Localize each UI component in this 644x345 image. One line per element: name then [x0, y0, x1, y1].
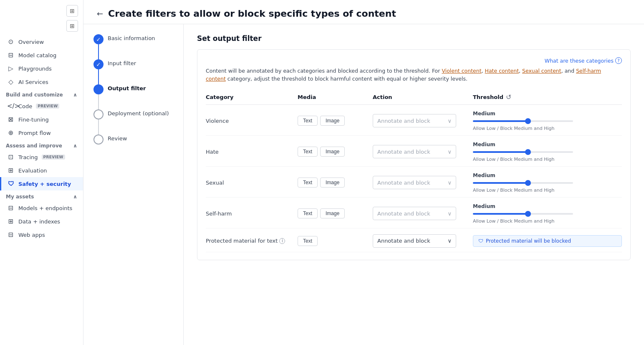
connector-4 — [98, 119, 99, 134]
media-text-protected[interactable]: Text — [298, 236, 318, 246]
sidebar-item-web-apps[interactable]: ⊟ Web apps — [0, 228, 83, 241]
threshold-protected-material: 🛡 Protected material will be blocked — [473, 235, 622, 247]
media-image-violence[interactable]: Image — [320, 116, 345, 126]
step-input-filter: ✓ Input filter — [93, 59, 173, 69]
step-basic-info: ✓ Basic information — [93, 34, 173, 44]
step-output-filter: Output filter — [93, 84, 173, 94]
sidebar: ⊞ ⊞ ⊙ Overview ⊟ Model catalog ▷ Playgro… — [0, 0, 83, 345]
sidebar-item-evaluation[interactable]: ⊞ Evaluation — [0, 164, 83, 177]
category-protected-material: Protected material for text i — [206, 238, 298, 244]
action-dropdown-protected[interactable]: Annotate and block ∨ — [373, 234, 456, 248]
sidebar-item-playgrounds[interactable]: ▷ Playgrounds — [0, 62, 83, 75]
section-title: Set output filter — [197, 34, 631, 43]
info-icon: ? — [615, 57, 622, 64]
chevron-down-icon: ∨ — [447, 118, 452, 124]
sidebar-item-model-catalog[interactable]: ⊟ Model catalog — [0, 48, 83, 62]
media-text-violence[interactable]: Text — [298, 116, 318, 126]
safety-icon: 🛡 — [7, 180, 15, 188]
media-violence: Text Image — [298, 116, 373, 126]
action-protected-material: Annotate and block ∨ — [373, 234, 473, 248]
media-hate: Text Image — [298, 147, 373, 157]
category-self-harm: Self-harm — [206, 211, 298, 217]
slider-violence[interactable] — [473, 118, 622, 124]
media-image-hate[interactable]: Image — [320, 147, 345, 157]
section-header-assess[interactable]: Assess and improve ∧ — [0, 140, 83, 150]
chevron-up-icon: ∧ — [73, 92, 77, 98]
protected-info-icon[interactable]: i — [279, 238, 285, 244]
sidebar-item-data-indexes[interactable]: ⊞ Data + indexes — [0, 215, 83, 228]
sidebar-item-tracing[interactable]: ⊡ Tracing PREVIEW — [0, 150, 83, 164]
ai-services-icon: ◇ — [7, 78, 15, 86]
chevron-up-icon-2: ∧ — [73, 143, 77, 149]
section-header-build[interactable]: Build and customize ∧ — [0, 89, 83, 99]
step-circle-basic-info: ✓ — [93, 34, 104, 44]
hate-link[interactable]: Hate content — [485, 68, 519, 74]
model-catalog-icon: ⊟ — [7, 51, 15, 59]
media-text-hate[interactable]: Text — [298, 147, 318, 157]
media-text-self-harm[interactable]: Text — [298, 208, 318, 218]
violent-link[interactable]: Violent content — [442, 68, 481, 74]
filter-top-row: What are these categories ? — [206, 57, 622, 64]
sidebar-item-fine-tuning[interactable]: ⊠ Fine-tuning — [0, 113, 83, 126]
connector-2 — [98, 69, 99, 84]
sidebar-item-ai-services[interactable]: ◇ AI Services — [0, 75, 83, 89]
step-circle-output-filter — [93, 84, 104, 94]
slider-self-harm[interactable] — [473, 211, 622, 217]
back-button[interactable]: ← — [97, 9, 103, 18]
step-circle-review — [93, 134, 104, 145]
category-violence: Violence — [206, 118, 298, 124]
models-icon: ⊟ — [7, 204, 15, 212]
reset-threshold-button[interactable]: ↺ — [506, 93, 511, 101]
table-row-protected-material: Protected material for text i Text Annot… — [206, 228, 622, 252]
step-label-deployment: Deployment (optional) — [108, 109, 169, 117]
col-media: Media — [298, 94, 373, 100]
sidebar-item-prompt-flow[interactable]: ⊕ Prompt flow — [0, 126, 83, 140]
filter-card: What are these categories ? Content will… — [197, 49, 631, 260]
page-header: ← Create filters to allow or block speci… — [83, 0, 644, 24]
action-self-harm: Annotate and block ∨ — [373, 207, 473, 220]
chevron-down-icon-5: ∨ — [447, 238, 452, 244]
sidebar-item-safety-security[interactable]: 🛡 Safety + security — [0, 177, 83, 190]
action-dropdown-sexual[interactable]: Annotate and block ∨ — [373, 176, 456, 189]
step-label-review: Review — [108, 134, 127, 142]
content-area: ✓ Basic information ✓ Input filter Outpu… — [83, 24, 644, 345]
tracing-icon: ⊡ — [7, 153, 15, 161]
media-image-sexual[interactable]: Image — [320, 178, 345, 188]
filter-content: Set output filter What are these categor… — [184, 24, 644, 345]
sidebar-expand-btn[interactable]: ⊞ — [66, 20, 78, 32]
evaluation-icon: ⊞ — [7, 167, 15, 174]
sidebar-item-overview[interactable]: ⊙ Overview — [0, 35, 83, 48]
prompt-flow-icon: ⊕ — [7, 129, 15, 137]
connector-3 — [98, 94, 99, 109]
slider-sexual[interactable] — [473, 180, 622, 186]
step-review: Review — [93, 134, 173, 145]
col-action: Action — [373, 94, 473, 100]
media-image-self-harm[interactable]: Image — [320, 208, 345, 218]
fine-tuning-icon: ⊠ — [7, 116, 15, 123]
chevron-up-icon-3: ∧ — [73, 194, 77, 200]
what-categories-link[interactable]: What are these categories ? — [545, 57, 622, 64]
protected-badge: 🛡 Protected material will be blocked — [473, 235, 622, 247]
action-dropdown-self-harm[interactable]: Annotate and block ∨ — [373, 207, 456, 220]
step-label-input-filter: Input filter — [108, 59, 136, 66]
media-protected-material: Text — [298, 236, 373, 246]
page-title: Create filters to allow or block specifi… — [108, 8, 396, 19]
sidebar-item-models-endpoints[interactable]: ⊟ Models + endpoints — [0, 201, 83, 215]
sidebar-item-code[interactable]: </> Code PREVIEW — [0, 99, 83, 113]
sexual-link[interactable]: Sexual content — [522, 68, 561, 74]
table-row-sexual: Sexual Text Image Annotate and block ∨ M… — [206, 167, 622, 198]
action-dropdown-violence[interactable]: Annotate and block ∨ — [373, 114, 456, 127]
chevron-down-icon-2: ∨ — [447, 149, 452, 155]
table-row-self-harm: Self-harm Text Image Annotate and block … — [206, 198, 622, 228]
table-row-violence: Violence Text Image Annotate and block ∨… — [206, 105, 622, 136]
shield-check-icon: 🛡 — [478, 238, 483, 244]
slider-hate[interactable] — [473, 149, 622, 155]
media-text-sexual[interactable]: Text — [298, 178, 318, 188]
table-row-hate: Hate Text Image Annotate and block ∨ Med… — [206, 136, 622, 167]
media-sexual: Text Image — [298, 178, 373, 188]
category-hate: Hate — [206, 149, 298, 155]
section-header-my-assets[interactable]: My assets ∧ — [0, 190, 83, 201]
step-circle-input-filter: ✓ — [93, 59, 104, 69]
action-dropdown-hate[interactable]: Annotate and block ∨ — [373, 145, 456, 158]
sidebar-toggle-btn[interactable]: ⊞ — [66, 5, 78, 17]
